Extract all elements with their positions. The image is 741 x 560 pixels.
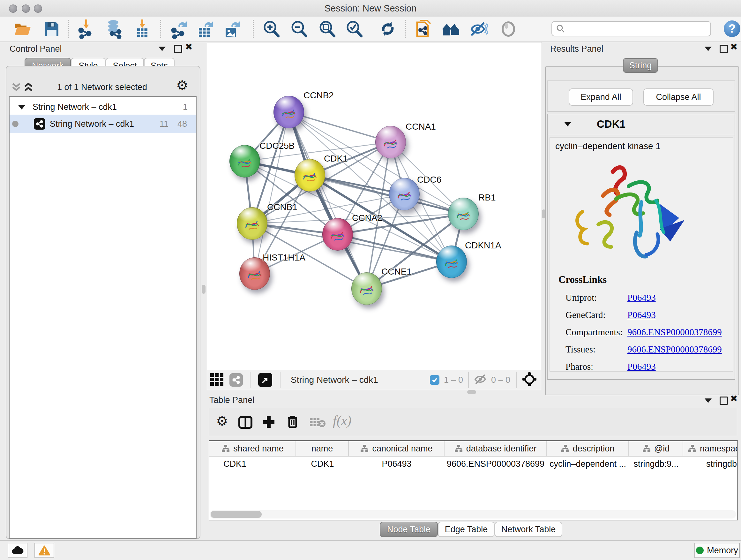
- save-session-icon[interactable]: [42, 19, 62, 39]
- column-header--id[interactable]: @id: [629, 441, 683, 456]
- memory-button[interactable]: Memory: [694, 543, 740, 558]
- table-panel-float-icon[interactable]: [720, 396, 728, 405]
- crosslink-tissues-link[interactable]: 9606.ENSP00000378699: [627, 344, 722, 355]
- search-box[interactable]: [551, 21, 711, 37]
- edge-count: 48: [178, 119, 187, 129]
- control-panel-title: Control Panel: [10, 44, 62, 54]
- table-cell[interactable]: 9606.ENSP00000378699: [445, 456, 547, 471]
- table-row[interactable]: CDK1CDK1P064939606.ENSP00000378699cyclin…: [209, 456, 737, 471]
- warning-icon: [39, 545, 50, 556]
- toolbar-separator: [405, 20, 406, 38]
- table-panel-collapse-icon[interactable]: [704, 398, 712, 403]
- scrollbar-thumb[interactable]: [211, 511, 262, 518]
- protein-thumbnail-icon: [453, 205, 474, 225]
- node-CCNA2[interactable]: [322, 218, 353, 251]
- table-cell[interactable]: stringdb:9...: [629, 456, 683, 471]
- crosslink-pharos-link[interactable]: P06493: [627, 361, 656, 372]
- table-horizontal-scrollbar[interactable]: [210, 510, 736, 518]
- table-cell[interactable]: CDK1: [296, 456, 349, 471]
- export-image-icon[interactable]: [222, 19, 243, 39]
- hide-labels-eye-icon[interactable]: [468, 19, 489, 39]
- tab-edge-table[interactable]: Edge Table: [438, 522, 495, 537]
- node-CDK1[interactable]: [294, 159, 325, 192]
- column-header-namespace[interactable]: namespace: [683, 441, 738, 456]
- delete-table-icon[interactable]: [309, 417, 326, 429]
- node-CCNA1[interactable]: [375, 126, 406, 159]
- warning-status-button[interactable]: [35, 543, 54, 558]
- delete-column-icon[interactable]: [286, 415, 299, 430]
- expand-all-networks-icon[interactable]: [23, 82, 33, 94]
- zoom-fit-icon[interactable]: [317, 19, 337, 39]
- results-panel-close-icon[interactable]: ✖: [730, 44, 738, 51]
- selected-checkbox-icon[interactable]: [430, 375, 440, 385]
- crosslink-genecard-link[interactable]: P06493: [627, 310, 656, 320]
- table-cell[interactable]: P06493: [349, 456, 445, 471]
- share-network-icon[interactable]: [229, 373, 243, 387]
- node-CCNE1[interactable]: [351, 272, 382, 305]
- table-cell[interactable]: stringdb: [683, 456, 738, 471]
- node-CCNB2[interactable]: [273, 96, 304, 128]
- table-panel-close-icon[interactable]: ✖: [730, 395, 738, 402]
- node-CCNB1[interactable]: [237, 207, 267, 240]
- export-network-icon[interactable]: [169, 19, 189, 39]
- expand-all-button[interactable]: Expand All: [569, 88, 633, 106]
- refresh-icon[interactable]: [378, 19, 398, 39]
- results-panel-float-icon[interactable]: [720, 45, 728, 53]
- crosshair-move-icon[interactable]: [522, 372, 537, 388]
- cloud-status-button[interactable]: [8, 543, 27, 558]
- network-row-selected[interactable]: String Network – cdk1 11 48: [10, 115, 196, 133]
- control-panel-float-icon[interactable]: [174, 45, 182, 53]
- export-table-icon[interactable]: [195, 19, 216, 39]
- tab-network-table[interactable]: Network Table: [495, 522, 562, 537]
- help-icon[interactable]: ?: [724, 20, 740, 37]
- home-icon[interactable]: [441, 19, 461, 39]
- search-input[interactable]: [565, 23, 701, 34]
- birdseye-view-icon[interactable]: [258, 373, 272, 387]
- toolbar-separator: [253, 20, 254, 38]
- column-header-canonical-name[interactable]: canonical name: [349, 441, 445, 456]
- show-columns-icon[interactable]: [239, 416, 253, 430]
- node-CDC25B[interactable]: [229, 145, 260, 178]
- node-RB1[interactable]: [448, 198, 479, 230]
- import-table-icon[interactable]: [132, 19, 152, 39]
- node-table[interactable]: shared namenamecanonical namedatabase id…: [209, 440, 738, 520]
- network-options-gear-icon[interactable]: ⚙: [176, 79, 188, 92]
- import-network-icon[interactable]: [76, 19, 96, 39]
- horizontal-splitter-handle[interactable]: [467, 390, 476, 394]
- add-column-icon[interactable]: [262, 415, 275, 430]
- column-header-database-identifier[interactable]: database identifier: [445, 441, 547, 456]
- table-cell[interactable]: CDK1: [209, 456, 296, 471]
- results-panel-collapse-icon[interactable]: [704, 47, 712, 51]
- import-database-icon[interactable]: [104, 19, 125, 39]
- collapse-all-networks-icon[interactable]: [11, 82, 21, 94]
- open-session-icon[interactable]: [12, 19, 33, 39]
- node-label-CDC6: CDC6: [417, 175, 441, 185]
- column-header-description[interactable]: description: [547, 441, 629, 456]
- table-cell[interactable]: cyclin–dependent ...: [547, 456, 629, 471]
- node-CDC6[interactable]: [389, 178, 420, 210]
- tab-node-table[interactable]: Node Table: [380, 522, 438, 537]
- tab-string[interactable]: String: [623, 58, 658, 73]
- network-collection-row[interactable]: String Network – cdk1 1: [10, 100, 196, 114]
- grid-view-icon[interactable]: [210, 372, 224, 388]
- zoom-selected-icon[interactable]: [344, 19, 364, 39]
- network-canvas[interactable]: CCNB2CCNA1CDC25BCDK1CDC6RB1CCNB1CCNA2CDK…: [207, 42, 542, 370]
- preview-orb-icon[interactable]: [498, 19, 519, 39]
- column-header-shared-name[interactable]: shared name: [209, 441, 296, 456]
- share-document-icon[interactable]: [414, 19, 434, 39]
- control-panel-close-icon[interactable]: ✖: [185, 44, 192, 51]
- collapse-all-button[interactable]: Collapse All: [643, 88, 714, 106]
- tree-expander-icon[interactable]: [18, 105, 25, 110]
- zoom-out-icon[interactable]: [289, 19, 309, 39]
- vertical-splitter-handle[interactable]: [202, 285, 205, 294]
- zoom-in-icon[interactable]: [261, 19, 281, 39]
- entry-expander-icon[interactable]: [564, 122, 571, 126]
- node-CDKN1A[interactable]: [436, 246, 467, 278]
- control-panel-collapse-icon[interactable]: [158, 47, 165, 51]
- table-settings-gear-icon[interactable]: ⚙: [216, 415, 228, 428]
- string-entry-header[interactable]: CDK1: [547, 114, 735, 135]
- column-header-name[interactable]: name: [296, 441, 349, 456]
- crosslink-compartments-link[interactable]: 9606.ENSP00000378699: [627, 327, 722, 337]
- crosslink-uniprot-link[interactable]: P06493: [627, 293, 656, 303]
- function-builder-icon[interactable]: f(x): [333, 413, 351, 428]
